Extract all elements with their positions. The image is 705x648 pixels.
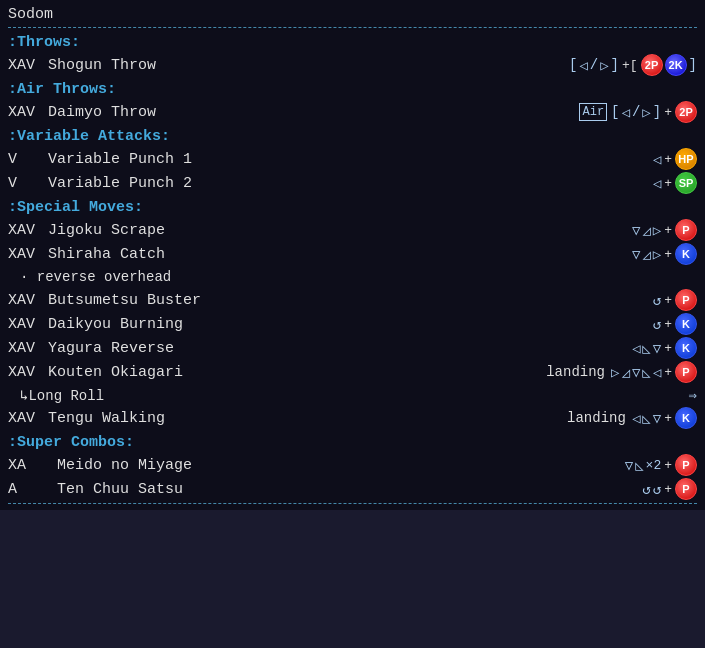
arrow-fwd: ▷ [600,57,608,74]
move-version: XAV [8,57,48,74]
arrow-fwd: ▷ [642,104,650,121]
plus: + [664,365,672,380]
btn-p: P [675,361,697,383]
move-row: XAV Daimyo Throw Air [ ◁ / ▷ ] + 2P [8,100,697,124]
arrow-dnfwd: ◿ [621,364,629,381]
arrow-back: ◁ [653,364,661,381]
btn-2k: 2K [665,54,687,76]
move-left: XAV Shiraha Catch [8,246,165,263]
rotate-icon: ↺ [653,292,661,309]
arrow-dnfwd: ◿ [642,222,650,239]
plus: + [664,458,672,473]
move-version: XAV [8,410,48,427]
section-air-throws: :Air Throws: [8,77,697,100]
air-indicator: Air [579,103,607,122]
move-row: XAV Daikyou Burning ↺ + K [8,312,697,336]
move-input: ↺ + P [653,289,697,311]
move-row: XAV Jigoku Scrape ▽ ◿ ▷ + P [8,218,697,242]
rotate-icon2: ↺ [653,481,661,498]
arrow-back: ◁ [622,104,630,121]
move-version: XAV [8,292,48,309]
move-left: A Ten Chuu Satsu [8,481,183,498]
section-special: :Special Moves: [8,195,697,218]
btn-p: P [675,454,697,476]
move-version: XA [8,457,48,474]
bracket-close: ] [653,104,661,120]
move-version: XAV [8,246,48,263]
arrow-back: ◁ [632,410,640,427]
move-row: XAV Shiraha Catch ▽ ◿ ▷ + K [8,242,697,266]
plus: + [664,341,672,356]
move-left: V Variable Punch 1 [8,151,192,168]
move-left: XAV Jigoku Scrape [8,222,165,239]
move-name: Butsumetsu Buster [48,292,201,309]
move-name: Daimyo Throw [48,104,156,121]
arrow-dn: ▽ [653,340,661,357]
move-row: ↳Long Roll ⇒ [8,384,697,406]
move-input: ▽ ◿ ▷ + K [632,243,697,265]
move-row: XAV Yagura Reverse ◁ ◺ ▽ + K [8,336,697,360]
arrow-dn: ▽ [653,410,661,427]
btn-k: K [675,337,697,359]
plus: + [664,247,672,262]
move-row: XAV Tengu Walking landing ◁ ◺ ▽ + K [8,406,697,430]
arrow-back: ◁ [653,175,661,192]
move-input: ↺ ↺ + P [642,478,697,500]
move-left: V Variable Punch 2 [8,175,192,192]
btn-k: K [675,313,697,335]
move-row: XAV Butsumetsu Buster ↺ + P [8,288,697,312]
sub-note: ↳Long Roll [8,386,104,405]
move-version: XAV [8,364,48,381]
move-row: XAV Kouten Okiagari landing ▷ ◿ ▽ ◺ ◁ + … [8,360,697,384]
move-version: XAV [8,316,48,333]
arrow-fwd: ▷ [611,364,619,381]
move-version: XAV [8,222,48,239]
move-input: landing ▷ ◿ ▽ ◺ ◁ + P [546,361,697,383]
move-left: · reverse overhead [8,268,171,286]
move-name: Shiraha Catch [48,246,165,263]
move-version: V [8,175,48,192]
arrow-dnback: ◺ [642,364,650,381]
btn-p: P [675,289,697,311]
arrow-back: ◁ [653,151,661,168]
move-left: XAV Daikyou Burning [8,316,183,333]
plus: +[ [622,58,638,73]
move-left: XAV Kouten Okiagari [8,364,183,381]
plus: + [664,152,672,167]
sub-note: · reverse overhead [8,268,171,286]
move-name: Kouten Okiagari [48,364,183,381]
move-input: ◁ + HP [653,148,697,170]
move-input: ↺ + K [653,313,697,335]
btn-hp: HP [675,148,697,170]
plus: + [664,176,672,191]
arrow-dnback: ◺ [642,340,650,357]
btn-2p: 2P [675,101,697,123]
arrow-dnback: ◺ [642,410,650,427]
move-row: A Ten Chuu Satsu ↺ ↺ + P [8,477,697,501]
btn-p: P [675,219,697,241]
move-input: ◁ + SP [653,172,697,194]
move-left: XAV Shogun Throw [8,57,156,74]
move-name: Shogun Throw [48,57,156,74]
move-left: XAV Butsumetsu Buster [8,292,201,309]
arrow-dn: ▽ [632,222,640,239]
move-input: Air [ ◁ / ▷ ] + 2P [579,101,697,123]
move-row: XA Meido no Miyage ▽ ◺ ×2 + P [8,453,697,477]
move-row: V Variable Punch 1 ◁ + HP [8,147,697,171]
landing-label: landing [567,410,626,426]
arrow-dn: ▽ [625,457,633,474]
move-row: V Variable Punch 2 ◁ + SP [8,171,697,195]
move-version: XAV [8,340,48,357]
move-name: Yagura Reverse [48,340,174,357]
arrow-fwd: ⇒ [689,387,697,404]
move-input: [ ◁ / ▷ ] +[ 2P 2K ] [569,54,697,76]
character-title: Sodom [8,4,697,25]
btn-k: K [675,407,697,429]
move-left: XAV Daimyo Throw [8,104,156,121]
plus: + [664,482,672,497]
move-name: Variable Punch 1 [48,151,192,168]
btn-p: P [675,478,697,500]
move-input: ▽ ◺ ×2 + P [625,454,697,476]
btn-k: K [675,243,697,265]
arrow-fwd: ▷ [653,222,661,239]
